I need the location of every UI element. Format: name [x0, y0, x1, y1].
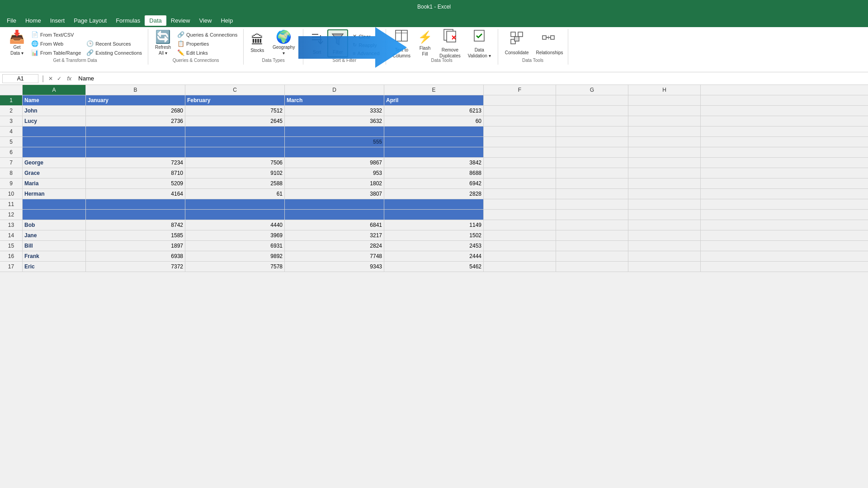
- row-num-5[interactable]: 5: [0, 137, 23, 147]
- cell-D8[interactable]: 953: [285, 168, 384, 178]
- cell-H17[interactable]: [628, 262, 701, 272]
- row-num-8[interactable]: 8: [0, 168, 23, 178]
- cell-B3[interactable]: 2736: [86, 116, 185, 126]
- cell-B17[interactable]: 7372: [86, 262, 185, 272]
- cell-G9[interactable]: [556, 178, 628, 188]
- cell-B16[interactable]: 6938: [86, 251, 185, 261]
- cell-H4[interactable]: [628, 127, 701, 136]
- get-data-button[interactable]: 📥 GetData ▾: [6, 30, 28, 57]
- cell-C6[interactable]: [185, 147, 285, 157]
- cell-D10[interactable]: 3807: [285, 189, 384, 199]
- col-header-E[interactable]: E: [384, 85, 484, 95]
- cell-E10[interactable]: 2828: [384, 189, 484, 199]
- cell-B6[interactable]: [86, 147, 185, 157]
- cell-A1[interactable]: Name: [23, 95, 86, 105]
- cell-B5[interactable]: [86, 137, 185, 147]
- cell-G11[interactable]: [556, 199, 628, 209]
- cell-F1[interactable]: [484, 95, 556, 105]
- cell-C8[interactable]: 9102: [185, 168, 285, 178]
- formula-confirm-icon[interactable]: ✓: [56, 75, 62, 82]
- cell-E17[interactable]: 5462: [384, 262, 484, 272]
- sort-button[interactable]: Sort: [307, 30, 327, 57]
- col-header-A[interactable]: A: [23, 85, 86, 95]
- cell-D5[interactable]: 555: [285, 137, 384, 147]
- row-num-14[interactable]: 14: [0, 230, 23, 240]
- row-num-7[interactable]: 7: [0, 158, 23, 168]
- cell-F10[interactable]: [484, 189, 556, 199]
- cell-A9[interactable]: Maria: [23, 178, 86, 188]
- cell-E2[interactable]: 6213: [384, 106, 484, 116]
- cell-H7[interactable]: [628, 158, 701, 168]
- cell-E11[interactable]: [384, 199, 484, 209]
- cell-B14[interactable]: 1585: [86, 230, 185, 240]
- cell-F5[interactable]: [484, 137, 556, 147]
- row-num-17[interactable]: 17: [0, 262, 23, 272]
- cell-E5[interactable]: [384, 137, 484, 147]
- cell-reference-box[interactable]: [2, 74, 38, 83]
- col-header-G[interactable]: G: [556, 85, 628, 95]
- cell-D15[interactable]: 2824: [285, 241, 384, 251]
- cell-E3[interactable]: 60: [384, 116, 484, 126]
- cell-C7[interactable]: 7506: [185, 158, 285, 168]
- cell-D13[interactable]: 6841: [285, 220, 384, 230]
- cell-A5[interactable]: [23, 137, 86, 147]
- formula-cancel-icon[interactable]: ✕: [47, 75, 54, 82]
- col-header-F[interactable]: F: [484, 85, 556, 95]
- cell-H12[interactable]: [628, 210, 701, 220]
- cell-C17[interactable]: 7578: [185, 262, 285, 272]
- col-header-B[interactable]: B: [86, 85, 185, 95]
- cell-H14[interactable]: [628, 230, 701, 240]
- menu-insert[interactable]: Insert: [46, 15, 70, 26]
- cell-D2[interactable]: 3332: [285, 106, 384, 116]
- cell-F12[interactable]: [484, 210, 556, 220]
- cell-G10[interactable]: [556, 189, 628, 199]
- menu-home[interactable]: Home: [21, 15, 46, 26]
- cell-A7[interactable]: George: [23, 158, 86, 168]
- cell-G15[interactable]: [556, 241, 628, 251]
- row-num-2[interactable]: 2: [0, 106, 23, 116]
- cell-A10[interactable]: Herman: [23, 189, 86, 199]
- cell-G3[interactable]: [556, 116, 628, 126]
- data-validation-button[interactable]: DataValidation ▾: [465, 30, 494, 57]
- filter-button[interactable]: Filter: [328, 30, 348, 57]
- menu-file[interactable]: File: [2, 15, 21, 26]
- cell-E16[interactable]: 2444: [384, 251, 484, 261]
- row-num-12[interactable]: 12: [0, 210, 23, 220]
- menu-view[interactable]: View: [194, 15, 216, 26]
- cell-F2[interactable]: [484, 106, 556, 116]
- cell-H15[interactable]: [628, 241, 701, 251]
- recent-sources-button[interactable]: 🕒 Recent Sources: [84, 39, 144, 48]
- row-num-9[interactable]: 9: [0, 178, 23, 188]
- cell-E8[interactable]: 8688: [384, 168, 484, 178]
- cell-F13[interactable]: [484, 220, 556, 230]
- col-header-H[interactable]: H: [628, 85, 701, 95]
- cell-E1[interactable]: April: [384, 95, 484, 105]
- cell-E7[interactable]: 3842: [384, 158, 484, 168]
- edit-links-button[interactable]: ✏️ Edit Links: [175, 48, 240, 57]
- cell-C5[interactable]: [185, 137, 285, 147]
- cell-D16[interactable]: 7748: [285, 251, 384, 261]
- menu-review[interactable]: Review: [166, 15, 195, 26]
- cell-C12[interactable]: [185, 210, 285, 220]
- cell-H16[interactable]: [628, 251, 701, 261]
- consolidate-button[interactable]: Consolidate: [502, 30, 532, 57]
- cell-G2[interactable]: [556, 106, 628, 116]
- cell-H2[interactable]: [628, 106, 701, 116]
- cell-A3[interactable]: Lucy: [23, 116, 86, 126]
- text-to-columns-button[interactable]: Text toColumns: [390, 30, 414, 57]
- row-num-3[interactable]: 3: [0, 116, 23, 126]
- geography-button[interactable]: 🌍 Geography ▾: [268, 30, 299, 57]
- from-text-csv-button[interactable]: 📄 From Text/CSV: [29, 30, 83, 39]
- cell-C9[interactable]: 2588: [185, 178, 285, 188]
- menu-formulas[interactable]: Formulas: [111, 15, 145, 26]
- cell-G4[interactable]: [556, 127, 628, 136]
- row-num-6[interactable]: 6: [0, 147, 23, 157]
- cell-C16[interactable]: 9892: [185, 251, 285, 261]
- cell-C15[interactable]: 6931: [185, 241, 285, 251]
- cell-F6[interactable]: [484, 147, 556, 157]
- cell-D17[interactable]: 9343: [285, 262, 384, 272]
- row-num-1[interactable]: 1: [0, 95, 23, 105]
- cell-F17[interactable]: [484, 262, 556, 272]
- clear-button[interactable]: ✕ Clear: [350, 33, 382, 40]
- cell-C3[interactable]: 2645: [185, 116, 285, 126]
